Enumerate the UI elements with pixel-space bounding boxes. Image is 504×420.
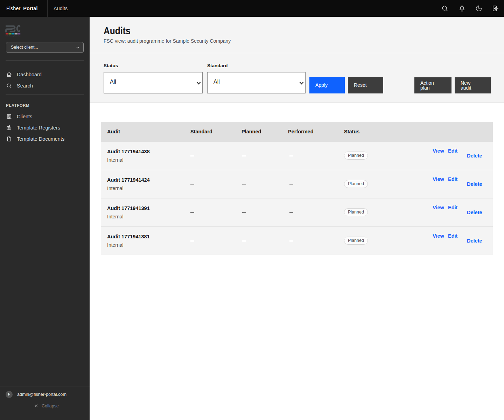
svg-text:Fisher Security Consulting: Fisher Security Consulting xyxy=(6,35,20,37)
